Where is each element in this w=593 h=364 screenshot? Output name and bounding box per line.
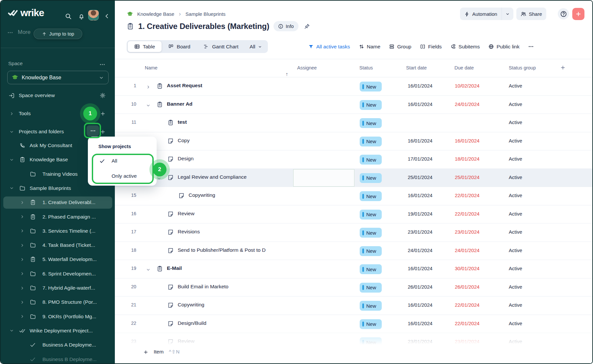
sidebar-item-7-hybrid-agile-waterf[interactable]: 7. Hybrid Agile-waterf... — [1, 282, 115, 294]
due-date[interactable]: 22/01/2024 — [455, 211, 479, 217]
toolbar-public-link[interactable]: Public link — [488, 44, 520, 50]
table-row-banner-ad[interactable]: 10Banner AdNew16/01/202424/01/2024Active — [115, 96, 593, 114]
start-date[interactable]: 16/01/2024 — [408, 302, 432, 308]
start-date[interactable]: 24/01/2024 — [408, 247, 432, 253]
collapse-sidebar-button[interactable] — [101, 11, 113, 22]
status-pill[interactable]: New — [360, 191, 382, 201]
status-pill[interactable]: New — [360, 173, 382, 183]
assignee-selected-cell[interactable] — [293, 169, 354, 187]
due-date[interactable]: 23/01/2024 — [455, 339, 479, 344]
sidebar-section-space-overview[interactable]: Space overview — [1, 90, 115, 101]
breadcrumb-knowledge-base[interactable]: Knowledge Base — [137, 11, 174, 17]
table-row-copy[interactable]: CopyNew16/01/202416/01/2024Active — [115, 132, 593, 151]
start-date[interactable]: 16/01/2024 — [408, 321, 432, 326]
start-date[interactable]: 23/01/2024 — [408, 229, 432, 235]
sidebar-item-6-sprint-developmen[interactable]: 6. Sprint Developmen... — [1, 268, 115, 280]
status-pill[interactable]: New — [360, 301, 382, 311]
status-pill[interactable]: New — [360, 155, 382, 165]
sidebar-item-business-a-deployme[interactable]: Business A Deployme... — [1, 339, 115, 351]
space-selector[interactable]: Knowledge Base — [7, 71, 109, 84]
tab-board[interactable]: Board — [162, 41, 197, 52]
table-row-design[interactable]: DesignNew17/01/202418/01/2024Active — [115, 150, 593, 169]
start-date[interactable]: 23/01/2024 — [408, 339, 432, 344]
table-row-build-email-in-marketo[interactable]: 20Build Email in MarketoNew26/01/202426/… — [115, 278, 593, 297]
toolbar-fields[interactable]: Fields — [420, 44, 442, 50]
task-name[interactable]: E-Mail — [167, 265, 182, 271]
task-name[interactable]: Design/Build — [178, 320, 206, 326]
task-name[interactable]: Send to Publisher/Platform & Post to D — [178, 247, 266, 253]
space-menu-button[interactable] — [99, 61, 105, 67]
sidebar-section-tools[interactable]: Tools — [1, 108, 115, 119]
col-due-date[interactable]: Due date — [454, 65, 474, 70]
task-name[interactable]: Copy — [178, 138, 190, 143]
info-button[interactable]: Info — [273, 21, 298, 31]
col-start-date[interactable]: Start date — [406, 65, 427, 70]
more-row[interactable]: More — [7, 29, 31, 36]
table-row-review[interactable]: 16ReviewNew19/01/202422/01/2024Active — [115, 205, 593, 224]
table-row-revisions[interactable]: 17RevisionsNew23/01/202423/01/2024Active — [115, 223, 593, 242]
sidebar-item-9-okrs-portfolio-mg[interactable]: 9. OKRs (Portfolio Mg... — [1, 310, 115, 323]
pin-button[interactable] — [303, 22, 311, 31]
start-date[interactable]: 25/01/2024 — [408, 174, 432, 180]
help-button[interactable] — [558, 8, 569, 19]
sidebar-item-8-pmo-structure-por[interactable]: 8. PMO Structure (Por... — [1, 296, 115, 308]
due-date[interactable]: 24/01/2024 — [455, 247, 479, 253]
status-pill[interactable]: New — [360, 100, 382, 110]
due-date[interactable]: 23/01/2024 — [455, 229, 479, 235]
col-status[interactable]: Status — [359, 65, 373, 70]
status-pill[interactable]: New — [360, 283, 382, 293]
jump-to-top-button[interactable]: Jump to top — [34, 29, 82, 39]
task-name[interactable]: Design — [178, 156, 193, 162]
automation-button[interactable]: Automation — [460, 8, 513, 20]
task-name[interactable]: Banner Ad — [167, 101, 193, 107]
due-date[interactable]: 30/01/2024 — [455, 266, 479, 271]
toolbar-subitems[interactable]: Subitems — [450, 44, 480, 50]
start-date[interactable]: 19/01/2024 — [408, 211, 432, 217]
start-date[interactable]: 17/01/2024 — [408, 156, 432, 162]
start-date[interactable]: 16/01/2024 — [408, 266, 432, 271]
table-row-asset-request[interactable]: 1Asset RequestNew16/01/202410/02/2024Act… — [115, 77, 593, 96]
col-assignee[interactable]: Assignee — [297, 65, 317, 70]
due-date[interactable]: 22/01/2024 — [455, 321, 479, 326]
table-row-legal-review-and-compliance[interactable]: Legal Review and ComplianceNew25/01/2024… — [115, 169, 593, 187]
task-name[interactable]: Revisions — [178, 229, 200, 235]
notifications-button[interactable] — [76, 11, 87, 22]
col-status-group[interactable]: Status group — [509, 65, 536, 70]
task-name[interactable]: Build Email in Marketo — [178, 284, 228, 290]
sidebar-item-1-creative-deliverabl[interactable]: 1. Creative Deliverabl... — [1, 196, 115, 209]
sidebar-item-wrike-deployment-project[interactable]: Wrike Deployment Project... — [1, 325, 115, 337]
create-button[interactable] — [572, 8, 584, 20]
avatar[interactable] — [88, 10, 99, 20]
table-row-review[interactable]: 23ReviewNew23/01/202423/01/2024Active — [115, 333, 593, 351]
table-row-design-build[interactable]: 22Design/BuildNew16/01/202422/01/2024Act… — [115, 315, 593, 333]
search-button[interactable] — [63, 11, 74, 22]
share-button[interactable]: Share — [516, 8, 546, 20]
task-name[interactable]: Review — [178, 211, 194, 217]
tab-table[interactable]: Table — [128, 41, 162, 52]
status-pill[interactable]: New — [360, 82, 382, 91]
due-date[interactable]: 26/01/2024 — [455, 284, 479, 290]
table-row-copywriting[interactable]: 15CopywritingNew16/01/202422/01/2024Acti… — [115, 187, 593, 205]
task-name[interactable]: Copywriting — [189, 192, 215, 198]
due-date[interactable]: 24/01/2024 — [455, 101, 479, 107]
task-name[interactable]: test — [178, 119, 187, 125]
sidebar-item-business-b-deployme[interactable]: Business B Deployme... — [1, 353, 115, 364]
filter-all-active-tasks[interactable]: All active tasks — [308, 44, 350, 50]
menu-item-all[interactable]: All — [88, 155, 157, 167]
due-date[interactable]: 10/02/2024 — [455, 83, 479, 89]
add-item-row[interactable]: Item ^⇧N — [143, 349, 180, 355]
due-date[interactable]: 22/01/2024 — [455, 302, 479, 308]
projects-folders-menu-button[interactable] — [87, 125, 99, 136]
table-row-send-to-publisher-platform-post-to-d[interactable]: 18Send to Publisher/Platform & Post to D… — [115, 242, 593, 260]
table-row-test[interactable]: 11testNewActive — [115, 114, 593, 132]
item-type-filter[interactable]: All — [245, 41, 267, 52]
status-pill[interactable]: New — [360, 246, 382, 256]
automation-dropdown-button[interactable] — [502, 8, 513, 20]
wrike-logo[interactable]: wrike — [8, 7, 44, 18]
sidebar-item-3-services-timeline[interactable]: 3. Services Timeline (... — [1, 225, 115, 237]
toolbar-name[interactable]: Name — [359, 44, 380, 50]
due-date[interactable]: 18/01/2024 — [455, 156, 479, 162]
toolbar-group[interactable]: Group — [389, 44, 411, 50]
start-date[interactable]: 16/01/2024 — [408, 101, 432, 107]
sidebar-item-2-phased-campaign[interactable]: 2. Phased Campaign ... — [1, 211, 115, 223]
